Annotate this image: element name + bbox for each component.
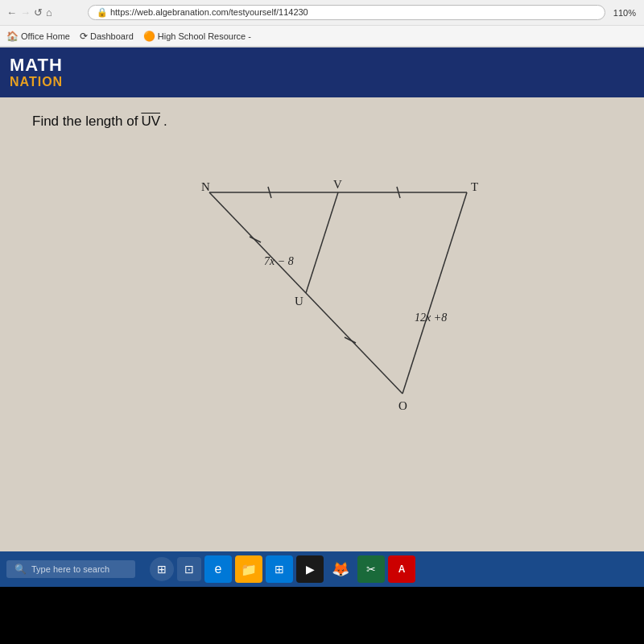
- taskbar-virtual-desktops-icon[interactable]: ⊡: [177, 557, 201, 581]
- bookmark-office-home[interactable]: 🏠 Office Home: [6, 31, 70, 42]
- bookmark-high-school[interactable]: 🟠 High School Resource -: [143, 31, 251, 42]
- left-side-label: 7x − 8: [264, 255, 294, 267]
- logo-math: MATH: [10, 56, 63, 75]
- site-header: MATH NATION: [0, 47, 644, 97]
- home-icon[interactable]: ⌂: [46, 6, 52, 19]
- vertex-u-label: U: [295, 295, 303, 308]
- question-period: .: [163, 114, 167, 130]
- svg-line-7: [345, 337, 356, 343]
- geometry-diagram: N V T U O 7x − 8 12x +8: [145, 144, 499, 442]
- vertex-t-label: T: [471, 180, 478, 193]
- taskbar-store-icon[interactable]: ⊞: [266, 555, 293, 583]
- taskbar-icons: ⊞ ⊡ e 📁 ⊞ ▶ 🦊 ✂ A: [150, 555, 415, 583]
- bookmark-high-school-label: High School Resource -: [158, 31, 251, 41]
- refresh-icon[interactable]: ↺: [34, 6, 43, 19]
- taskbar-search-placeholder: Type here to search: [31, 564, 109, 574]
- taskbar-acrobat-icon[interactable]: A: [388, 555, 415, 583]
- browser-chrome: ← → ↺ ⌂ 🔒 https://web.algebranation.com/…: [0, 0, 644, 47]
- diagram-container: N V T U O 7x − 8 12x +8: [32, 144, 612, 442]
- question-prefix: Find the length of: [32, 114, 138, 130]
- url-bar[interactable]: 🔒 https://web.algebranation.com/testyour…: [88, 5, 605, 20]
- back-icon[interactable]: ←: [6, 6, 17, 19]
- svg-line-6: [250, 237, 261, 242]
- taskbar-snip-icon[interactable]: ✂: [357, 555, 385, 583]
- search-icon: 🔍: [14, 564, 27, 575]
- taskbar: 🔍 Type here to search ⊞ ⊡ e 📁 ⊞ ▶ 🦊 ✂ A: [0, 551, 644, 587]
- taskbar-media-icon[interactable]: ▶: [296, 555, 324, 583]
- taskbar-file-explorer-icon[interactable]: 📁: [235, 555, 262, 583]
- taskbar-firefox-icon[interactable]: 🦊: [327, 555, 354, 583]
- question-area: Find the length of UV .: [0, 97, 644, 458]
- taskbar-search[interactable]: 🔍 Type here to search: [6, 560, 135, 578]
- page-content: MATH NATION Find the length of UV .: [0, 47, 644, 587]
- site-logo: MATH NATION: [10, 56, 63, 89]
- zoom-level: 110%: [613, 8, 636, 18]
- vertex-o-label: O: [398, 399, 407, 412]
- svg-line-3: [306, 192, 338, 293]
- forward-icon[interactable]: →: [20, 6, 31, 19]
- question-text: Find the length of UV .: [32, 114, 612, 130]
- bookmark-dashboard-label: Dashboard: [90, 31, 134, 41]
- address-bar: ← → ↺ ⌂ 🔒 https://web.algebranation.com/…: [0, 0, 644, 26]
- taskbar-edge-icon[interactable]: e: [204, 555, 232, 583]
- bookmark-office-home-label: Office Home: [21, 31, 70, 41]
- lock-icon: 🔒: [97, 7, 108, 17]
- logo-nation: NATION: [10, 75, 63, 89]
- taskbar-windows-icon[interactable]: ⊞: [150, 557, 174, 581]
- bookmark-dashboard[interactable]: ⟳ Dashboard: [80, 31, 134, 42]
- dashboard-icon: ⟳: [80, 31, 88, 42]
- black-bar: [0, 587, 644, 644]
- segment-label: UV: [141, 114, 160, 130]
- high-school-icon: 🟠: [143, 31, 155, 42]
- right-side-label: 12x +8: [415, 312, 447, 324]
- svg-line-2: [402, 192, 467, 394]
- url-text: https://web.algebranation.com/testyourse…: [110, 7, 308, 17]
- bookmarks-bar: 🏠 Office Home ⟳ Dashboard 🟠 High School …: [0, 26, 644, 47]
- office-home-icon: 🏠: [6, 31, 19, 42]
- vertex-v-label: V: [333, 178, 342, 191]
- vertex-n-label: N: [201, 180, 210, 193]
